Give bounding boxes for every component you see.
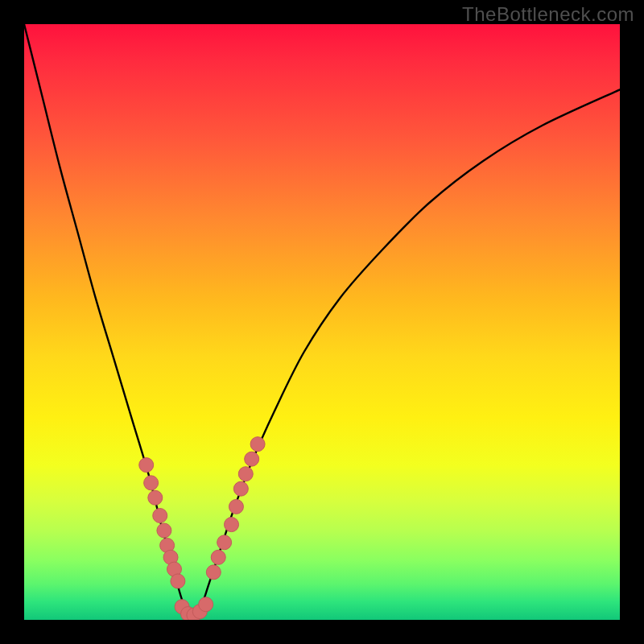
chart-svg [24,24,620,620]
data-marker [211,550,225,564]
plot-area [24,24,620,620]
data-marker [217,535,232,550]
data-marker [153,509,167,523]
chart-frame: TheBottleneck.com [0,0,644,644]
data-marker [229,499,243,514]
watermark-text: TheBottleneck.com [462,3,634,26]
data-marker [233,481,248,496]
data-marker [144,476,159,490]
data-marker [206,565,221,580]
data-marker [199,597,213,612]
data-marker [238,467,253,481]
data-marker [139,458,154,473]
data-marker [250,437,265,452]
data-marker [245,452,259,466]
data-marker [171,574,185,588]
data-marker [157,523,171,538]
data-marker [225,518,239,532]
data-marker [148,490,163,505]
bottleneck-curve [24,24,620,617]
